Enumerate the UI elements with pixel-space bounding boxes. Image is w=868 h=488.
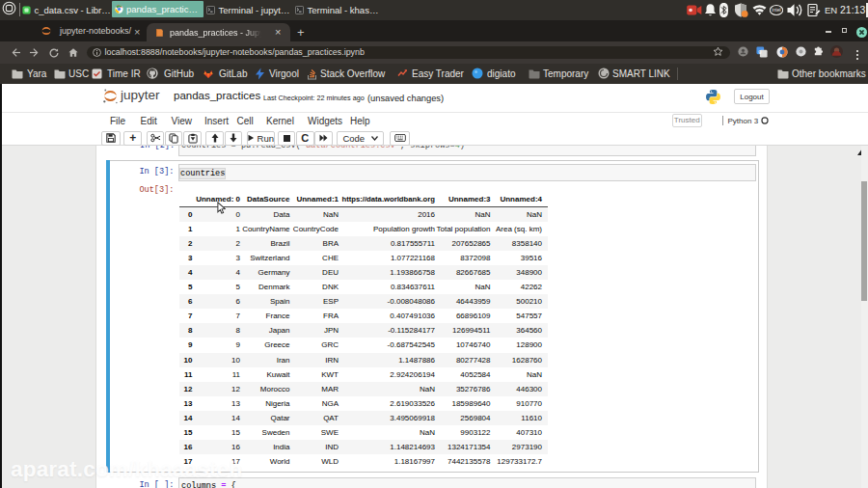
svg-text:g: g (758, 48, 761, 54)
svg-text:intel: intel (772, 7, 781, 13)
